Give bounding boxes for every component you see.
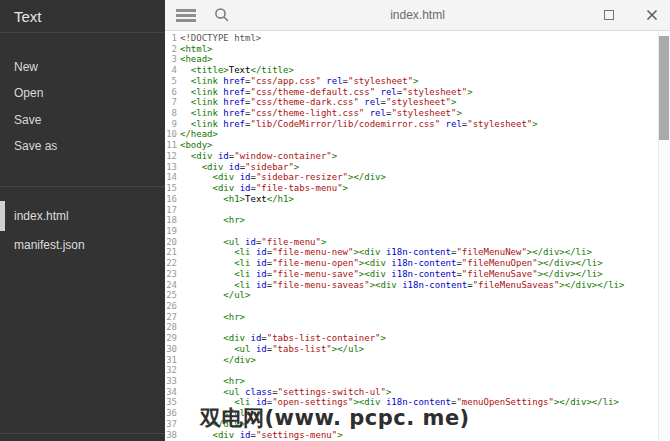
code-line: 32 <box>165 365 670 376</box>
close-button[interactable] <box>644 7 660 23</box>
line-content: <div id="file-tabs-menu"> <box>180 183 670 194</box>
sidebar-bottom-divider <box>0 433 165 434</box>
line-content: </ul> <box>180 408 670 419</box>
line-content: <link href="css/theme-dark.css" rel="sty… <box>180 97 670 108</box>
line-number: 26 <box>165 301 180 312</box>
line-number: 2 <box>165 44 180 55</box>
file-tab-label: manifest.json <box>14 238 85 252</box>
line-content: <link href="css/theme-default.css" rel="… <box>180 87 670 98</box>
code-line: 4 <title>Text</title> <box>165 65 670 76</box>
line-content: <h1>Text</h1> <box>180 194 670 205</box>
line-content: <li id="file-menu-new"><div i18n-content… <box>180 247 670 258</box>
line-content <box>180 205 670 216</box>
line-number: 22 <box>165 258 180 269</box>
line-content: <ul id="tabs-list"></ul> <box>180 344 670 355</box>
sidebar-item-save[interactable]: Save <box>0 107 165 133</box>
main-panel: index.html 1<!DOCTYPE html>2<html>3<head… <box>165 0 670 441</box>
code-line: 31 </div> <box>165 355 670 366</box>
sidebar-item-save-as[interactable]: Save as <box>0 133 165 159</box>
code-line: 1<!DOCTYPE html> <box>165 33 670 44</box>
line-content: <ul id="file-menu"> <box>180 237 670 248</box>
code-area[interactable]: 1<!DOCTYPE html>2<html>3<head>4 <title>T… <box>165 31 670 440</box>
line-number: 16 <box>165 194 180 205</box>
code-line: 38 <div id="settings-menu"> <box>165 430 670 441</box>
code-line: 14 <div id="sidebar-resizer"></div> <box>165 172 670 183</box>
line-number: 37 <box>165 419 180 430</box>
line-number: 9 <box>165 119 180 130</box>
line-content: <link href="lib/CodeMirror/lib/codemirro… <box>180 119 670 130</box>
line-number: 25 <box>165 290 180 301</box>
code-line: 24 <li id="file-menu-saveas"><div i18n-c… <box>165 280 670 291</box>
active-tab-indicator <box>0 201 5 230</box>
app-window: Text NewOpenSaveSave as index.htmlmanife… <box>0 0 670 441</box>
menu-button[interactable] <box>176 7 196 24</box>
line-number: 11 <box>165 140 180 151</box>
code-line: 18 <hr> <box>165 215 670 226</box>
line-content: <div id="settings-menu"> <box>180 430 670 441</box>
code-line: 11<body> <box>165 140 670 151</box>
code-line: 10</head> <box>165 129 670 140</box>
code-line: 13 <div id="sidebar"> <box>165 162 670 173</box>
code-line: 30 <ul id="tabs-list"></ul> <box>165 344 670 355</box>
line-number: 3 <box>165 54 180 65</box>
line-number: 33 <box>165 376 180 387</box>
line-content: <head> <box>180 54 670 65</box>
file-tab-manifest-json[interactable]: manifest.json <box>0 231 165 260</box>
line-content: <li id="file-menu-open"><div i18n-conten… <box>180 258 670 269</box>
sidebar-item-open[interactable]: Open <box>0 80 165 106</box>
line-number: 4 <box>165 65 180 76</box>
line-number: 5 <box>165 76 180 87</box>
document-title: index.html <box>165 8 670 22</box>
scrollbar[interactable] <box>658 31 670 441</box>
line-number: 18 <box>165 215 180 226</box>
line-content: <div id="window-container"> <box>180 151 670 162</box>
code-line: 3<head> <box>165 54 670 65</box>
line-content <box>180 365 670 376</box>
code-line: 26 <box>165 301 670 312</box>
code-line: 23 <li id="file-menu-save"><div i18n-con… <box>165 269 670 280</box>
line-number: 35 <box>165 397 180 408</box>
scrollbar-thumb[interactable] <box>659 36 669 140</box>
code-line: 8 <link href="css/theme-light.css" rel="… <box>165 108 670 119</box>
line-number: 24 <box>165 280 180 291</box>
code-line: 22 <li id="file-menu-open"><div i18n-con… <box>165 258 670 269</box>
line-content: <li id="open-settings"><div i18n-content… <box>180 397 670 408</box>
code-line: 20 <ul id="file-menu"> <box>165 237 670 248</box>
line-content: <div id="tabs-list-container"> <box>180 333 670 344</box>
line-number: 17 <box>165 205 180 216</box>
line-content <box>180 301 670 312</box>
code-line: 16 <h1>Text</h1> <box>165 194 670 205</box>
file-tab-index-html[interactable]: index.html <box>0 201 165 230</box>
line-number: 32 <box>165 365 180 376</box>
line-number: 1 <box>165 33 180 44</box>
maximize-button[interactable] <box>601 7 617 23</box>
line-content: <li id="file-menu-saveas"><div i18n-cont… <box>180 280 670 291</box>
editor-pane: 1<!DOCTYPE html>2<html>3<head>4 <title>T… <box>165 31 670 441</box>
code-line: 21 <li id="file-menu-new"><div i18n-cont… <box>165 247 670 258</box>
line-content: <div id="sidebar-resizer"></div> <box>180 172 670 183</box>
search-button[interactable] <box>213 6 231 24</box>
file-tabs-list: index.htmlmanifest.json <box>0 201 165 260</box>
sidebar-item-new[interactable]: New <box>0 54 165 80</box>
code-line: 28 <box>165 322 670 333</box>
line-number: 36 <box>165 408 180 419</box>
code-line: 6 <link href="css/theme-default.css" rel… <box>165 87 670 98</box>
line-content: </div> <box>180 419 670 430</box>
close-icon <box>646 9 658 21</box>
line-content <box>180 322 670 333</box>
code-line: 12 <div id="window-container"> <box>165 151 670 162</box>
header-bar: index.html <box>165 0 670 31</box>
code-line: 37 </div> <box>165 419 670 430</box>
hamburger-icon <box>176 9 196 12</box>
line-number: 10 <box>165 129 180 140</box>
line-number: 27 <box>165 312 180 323</box>
line-content: <title>Text</title> <box>180 65 670 76</box>
line-number: 15 <box>165 183 180 194</box>
search-icon <box>214 7 230 23</box>
line-number: 31 <box>165 355 180 366</box>
line-number: 13 <box>165 162 180 173</box>
code-line: 15 <div id="file-tabs-menu"> <box>165 183 670 194</box>
line-content: <body> <box>180 140 670 151</box>
line-content: <hr> <box>180 376 670 387</box>
line-number: 21 <box>165 247 180 258</box>
